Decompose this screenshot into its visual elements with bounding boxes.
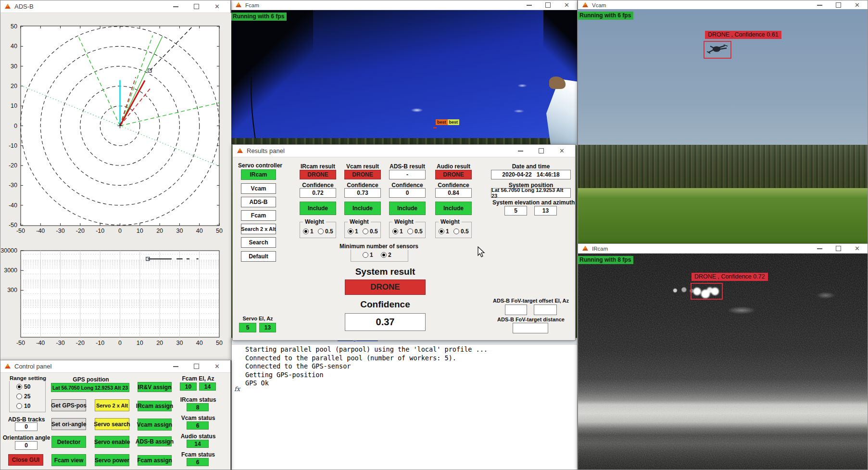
matlab-icon [4,363,11,369]
ircam-titlebar[interactable]: IRcam ✕ [578,244,868,254]
maximize-button[interactable] [539,148,544,153]
audio-include-button[interactable]: Include [435,202,472,215]
vcam-fps-label: Running with 6 fps [578,12,633,20]
close-gui-button[interactable]: Close GUI [8,454,43,466]
close-icon[interactable]: ✕ [564,2,569,8]
servo-vcam-button[interactable]: Vcam [241,183,276,194]
weight-1-radio[interactable] [392,229,398,234]
get-gps-pos-button[interactable]: Get GPS-pos [51,399,86,411]
range-50-radio[interactable] [16,384,22,390]
console-line: GPS Ok [245,379,574,388]
servo-controller-label: Servo controller [234,162,287,169]
ircam-status-label: IRcam status [180,396,216,403]
ircam-assign-button[interactable]: IRcam assign [138,401,172,411]
maximize-button[interactable] [545,2,551,8]
maximize-button[interactable] [194,4,199,9]
minimize-button[interactable] [173,6,178,7]
results-titlebar[interactable]: Results panel ✕ [233,145,575,157]
irv-assign-button[interactable]: IR&V assign [138,382,172,392]
adsb-assign-button[interactable]: ADS-B assign [138,436,172,446]
maximize-button[interactable] [836,246,841,251]
close-icon[interactable]: ✕ [855,2,860,8]
fcam-assign-button[interactable]: Fcam assign [138,455,172,466]
servo-search-button[interactable]: Servo search [95,418,129,430]
vcam-confidence-label: Confidence [344,182,381,189]
matlab-icon [582,2,589,8]
servo-search-button[interactable]: Search [241,237,276,248]
vcam-image: Running with 6 fps DRONE , Confidence 0.… [578,9,868,243]
minimize-button[interactable] [817,248,822,249]
close-icon[interactable]: ✕ [855,245,860,252]
weight-05-radio[interactable] [363,229,368,234]
vcam-include-button[interactable]: Include [344,202,381,215]
maximize-button[interactable] [836,2,841,8]
range-setting-group: Range setting 50 25 10 [9,379,46,412]
svg-text:-10: -10 [9,142,17,149]
vcam-assign-button[interactable]: Vcam assign [138,419,172,431]
set-ori-angle-button[interactable]: Set ori-angle [51,418,86,430]
weight-05-radio[interactable] [407,229,413,234]
ircam-confidence-label: Confidence [300,182,336,189]
servo-2x-alt-button[interactable]: Servo 2 x Alt [95,399,129,411]
servo-elaz-label: Servo El, Az [237,316,279,321]
vcam-detection-box [704,41,731,59]
minimize-button[interactable] [173,366,178,367]
system-result-label: System result [337,267,433,277]
ircam-detection-label: DRONE , Confidence 0.72 [692,273,768,281]
weight-1-radio[interactable] [439,229,444,234]
fov-offset-el-input[interactable] [505,305,527,315]
servo-power-button[interactable]: Servo power [95,454,129,466]
close-icon[interactable]: ✕ [214,3,220,10]
detector-button[interactable]: Detector [51,436,86,448]
adsb-tracks-label: ADS-B tracks [2,416,50,423]
vcam-treeline [578,145,868,188]
console-output[interactable]: Starting parallel pool (parpool) using t… [245,345,574,388]
svg-text:20: 20 [11,83,17,89]
weight-1-radio[interactable] [348,229,353,234]
servo-enable-button[interactable]: Servo enable [95,436,129,448]
ir-drone-blob [692,286,721,298]
fcam-view-button[interactable]: Fcam view [51,454,86,466]
servo-fcam-button[interactable]: Fcam [241,210,276,221]
desktop: Fcam ✕ Running with 6 fps best best [0,0,868,470]
servo-ircam-button[interactable]: IRcam [241,169,276,180]
minimize-button[interactable] [527,5,532,6]
fov-offset-az-input[interactable] [534,305,557,315]
range-25-radio[interactable] [16,394,22,399]
close-icon[interactable]: ✕ [214,363,220,369]
weight-05-radio[interactable] [453,229,459,234]
minimize-button[interactable] [518,151,523,152]
gps-position-label: GPS position [52,376,130,383]
control-panel-window: Control panel ✕ Range setting 50 25 10 A… [0,360,231,470]
fcam-az-value: 14 [199,382,216,391]
servo-default-button[interactable]: Default [241,251,276,262]
matlab-icon [237,148,243,154]
min-sensors-1-radio[interactable] [363,252,368,258]
ircam-confidence-value: 0.72 [300,188,336,198]
weight-05-radio[interactable] [318,229,324,234]
close-icon[interactable]: ✕ [559,148,565,154]
vcam-titlebar[interactable]: Vcam ✕ [578,0,868,10]
adsb-include-button[interactable]: Include [389,202,426,215]
maximize-button[interactable] [194,364,199,369]
ircam-include-button[interactable]: Include [300,202,336,215]
range-10-radio[interactable] [16,403,22,409]
control-titlebar[interactable]: Control panel ✕ [0,360,230,373]
ir-noise-overlay [578,254,868,470]
vcam-status-value: 6 [187,421,209,430]
matlab-icon [582,245,589,252]
svg-text:3000: 3000 [4,267,17,274]
ircam-fps-label: Running with 8 fps [578,256,633,264]
range-10-label: 10 [24,403,30,409]
min-sensors-2-radio[interactable] [381,252,387,258]
svg-text:-20: -20 [76,340,85,346]
fov-offset-label: ADS-B FoV-target offset El, Az [488,298,574,304]
minimize-button[interactable] [817,5,822,6]
svg-text:-50: -50 [16,228,25,234]
servo-search2-button[interactable]: Search 2 x Alt [241,224,276,234]
servo-adsb-button[interactable]: ADS-B [241,197,276,207]
weight-1-radio[interactable] [303,229,309,234]
fov-distance-input[interactable] [513,323,548,333]
fcam-titlebar[interactable]: Fcam ✕ [231,0,577,10]
adsb-titlebar[interactable]: ADS-B ✕ [0,0,230,13]
